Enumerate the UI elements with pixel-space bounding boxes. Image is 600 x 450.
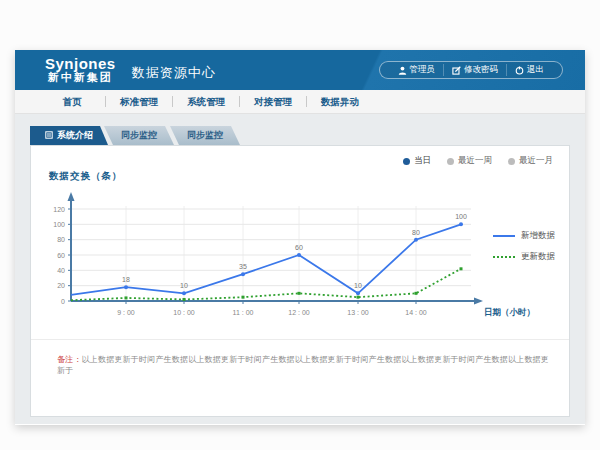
edit-icon <box>452 66 461 75</box>
logout-button[interactable]: 退出 <box>506 64 552 76</box>
legend-item-updated-data: 更新数据 <box>493 251 555 263</box>
svg-text:60: 60 <box>57 252 65 259</box>
svg-text:10: 10 <box>354 282 362 289</box>
svg-text:40: 40 <box>57 267 65 274</box>
svg-text:20: 20 <box>57 282 65 289</box>
nav-item-standard-mgmt[interactable]: 标准管理 <box>106 90 172 113</box>
footnote-text: 以上数据更新于时间产生数据以上数据更新于时间产生数据以上数据更新于时间产生数据以… <box>57 355 549 375</box>
radio-label: 最近一周 <box>458 155 492 167</box>
legend-label: 更新数据 <box>521 251 555 263</box>
radio-option-last-month[interactable]: 最近一月 <box>508 155 553 167</box>
footnote: 备注：以上数据更新于时间产生数据以上数据更新于时间产生数据以上数据更新于时间产生… <box>57 354 551 376</box>
footnote-prefix: 备注： <box>57 355 82 364</box>
page-title: 数据资源中心 <box>132 58 216 82</box>
user-icon <box>398 66 407 75</box>
svg-text:80: 80 <box>412 229 420 236</box>
user-toolbar: 管理员 修改密码 退出 <box>379 61 564 79</box>
radio-option-last-week[interactable]: 最近一周 <box>447 155 492 167</box>
radio-dot <box>508 158 515 165</box>
brand-logo-en: Synjones <box>45 56 116 72</box>
svg-text:9 : 00: 9 : 00 <box>117 309 135 316</box>
svg-text:10 : 00: 10 : 00 <box>173 309 195 316</box>
tab-label: 同步监控 <box>121 129 157 142</box>
svg-text:18: 18 <box>122 276 130 283</box>
svg-text:12 : 00: 12 : 00 <box>288 309 310 316</box>
legend-item-new-data: 新增数据 <box>493 230 555 242</box>
svg-text:35: 35 <box>239 263 247 270</box>
change-password-button[interactable]: 修改密码 <box>443 64 506 76</box>
logout-label: 退出 <box>527 64 544 76</box>
svg-text:日期（小时）: 日期（小时） <box>484 307 535 317</box>
radio-dot <box>403 158 410 165</box>
svg-text:100: 100 <box>53 221 65 228</box>
admin-user-label: 管理员 <box>410 64 436 76</box>
brand-logo-cn: 新中新集团 <box>45 72 116 84</box>
svg-text:13 : 00: 13 : 00 <box>347 309 369 316</box>
tab-sync-monitor-2[interactable]: 同步监控 <box>170 126 240 145</box>
nav-item-interface-mgmt[interactable]: 对接管理 <box>240 90 306 113</box>
chart-y-axis-title: 数据交换（条） <box>49 170 123 183</box>
svg-text:10: 10 <box>180 282 188 289</box>
legend-swatch-dotted-green <box>493 256 515 258</box>
chart-panel: 当日 最近一周 最近一月 数据交换（条） 0204060801001209 : … <box>30 145 570 417</box>
line-chart: 0204060801001209 : 0010 : 0011 : 0012 : … <box>39 188 544 328</box>
content-area: 系统介绍 同步监控 同步监控 当日 最近一周 <box>15 114 585 424</box>
logout-icon <box>515 66 524 75</box>
svg-text:100: 100 <box>455 213 467 220</box>
legend-label: 新增数据 <box>521 230 555 242</box>
radio-option-today[interactable]: 当日 <box>403 155 431 167</box>
nav-item-data-change[interactable]: 数据异动 <box>307 90 373 113</box>
svg-text:120: 120 <box>53 206 65 213</box>
radio-label: 最近一月 <box>519 155 553 167</box>
change-password-label: 修改密码 <box>464 64 498 76</box>
radio-dot <box>447 158 454 165</box>
chart-legend: 新增数据 更新数据 <box>493 230 555 263</box>
panel-divider <box>31 339 569 340</box>
svg-text:60: 60 <box>295 244 303 251</box>
app-header: Synjones 新中新集团 数据资源中心 管理员 修改密码 退出 <box>15 50 585 90</box>
svg-text:14 : 00: 14 : 00 <box>405 309 427 316</box>
range-filter: 当日 最近一周 最近一月 <box>403 155 553 167</box>
svg-text:11 : 00: 11 : 00 <box>233 309 254 316</box>
admin-user-button[interactable]: 管理员 <box>390 64 444 76</box>
nav-item-home[interactable]: 首页 <box>39 90 105 113</box>
tab-bar: 系统介绍 同步监控 同步监控 <box>30 126 240 145</box>
nav-item-system-mgmt[interactable]: 系统管理 <box>173 90 239 113</box>
tab-sync-monitor-1[interactable]: 同步监控 <box>104 126 174 145</box>
tab-label: 同步监控 <box>187 129 223 142</box>
svg-text:0: 0 <box>61 298 65 305</box>
brand-logo: Synjones 新中新集团 <box>45 56 116 83</box>
tab-label: 系统介绍 <box>57 129 93 142</box>
svg-text:80: 80 <box>57 236 65 243</box>
main-nav: 首页 标准管理 系统管理 对接管理 数据异动 <box>15 90 585 114</box>
app-window: Synjones 新中新集团 数据资源中心 管理员 修改密码 退出 <box>15 50 585 425</box>
chart-container: 0204060801001209 : 0010 : 0011 : 0012 : … <box>39 188 544 332</box>
legend-swatch-solid-blue <box>493 235 515 237</box>
document-icon <box>45 131 53 141</box>
radio-label: 当日 <box>414 155 431 167</box>
tab-system-intro[interactable]: 系统介绍 <box>30 126 108 145</box>
